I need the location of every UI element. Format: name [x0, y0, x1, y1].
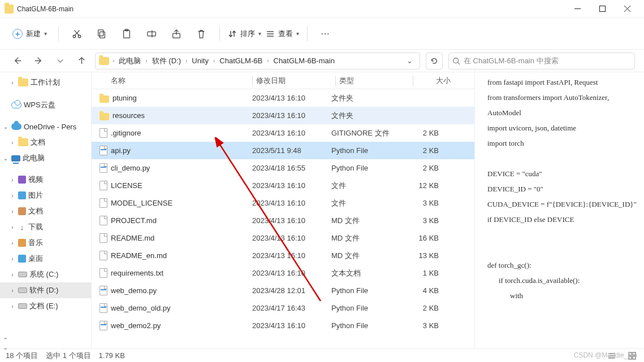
file-row[interactable]: MODEL_LICENSE2023/4/13 16:10文件3 KB	[92, 194, 474, 212]
new-button[interactable]: + 新建 ▾	[9, 27, 50, 41]
recent-button[interactable]	[52, 53, 68, 69]
col-date[interactable]: 修改日期	[256, 76, 335, 86]
svg-point-5	[78, 35, 81, 38]
breadcrumb-item[interactable]: 此电脑	[116, 56, 143, 66]
sidebar-item[interactable]: › 工作计划	[0, 75, 91, 90]
sidebar-label: WPS云盘	[24, 100, 55, 110]
file-row[interactable]: web_demo2.py2023/4/13 16:10Python File3 …	[92, 317, 474, 334]
sidebar-label: 系统 (C:)	[29, 269, 58, 280]
file-name: README_en.md	[111, 251, 167, 260]
sidebar-item[interactable]: › 音乐	[0, 235, 91, 251]
preview-line: from fastapi import FastAPI, Request	[487, 75, 638, 90]
file-name: README.md	[111, 234, 154, 242]
file-row[interactable]: LICENSE2023/4/13 16:10文件12 KB	[92, 177, 474, 194]
folder-icon	[100, 113, 109, 120]
sidebar-item[interactable]: › 文档 (E:)	[0, 298, 91, 314]
preview-pane: from fastapi import FastAPI, Requestfrom…	[474, 68, 644, 348]
file-row[interactable]: api.py2023/5/11 9:48Python File2 KB	[92, 142, 474, 159]
cursor-indicator: ⌃⌄	[3, 337, 8, 351]
col-size[interactable]: 大小	[417, 76, 456, 86]
preview-line: def torch_gc():	[487, 258, 638, 273]
preview-line	[487, 227, 638, 242]
svg-line-7	[75, 30, 79, 35]
preview-line: from transformers import AutoTokenizer, …	[487, 90, 638, 120]
up-button[interactable]	[74, 53, 89, 69]
more-button[interactable]: ⋯	[315, 24, 336, 44]
status-bar: 18 个项目 选中 1 个项目 1.79 KB	[0, 348, 644, 362]
sidebar-item[interactable]: ⌄OneDrive - Pers	[0, 119, 91, 134]
sort-button[interactable]: 排序 ▾	[228, 29, 261, 39]
sidebar-item[interactable]: › ↓下载	[0, 219, 91, 235]
file-name: web_demo_old.py	[111, 304, 171, 312]
breadcrumb-item[interactable]: 软件 (D:)	[150, 56, 183, 66]
file-name: requirements.txt	[111, 269, 163, 277]
sidebar-item[interactable]: › 软件 (D:)	[0, 282, 91, 298]
sidebar-label: OneDrive - Pers	[24, 123, 76, 131]
breadcrumb[interactable]: › 此电脑› 软件 (D:)› Unity› ChatGLM-6B› ChatG…	[95, 53, 420, 69]
view-button[interactable]: 查看 ▾	[266, 29, 299, 39]
file-row[interactable]: requirements.txt2023/4/13 16:10文本文档1 KB	[92, 264, 474, 282]
file-row[interactable]: .gitignore2023/4/13 16:10GITIGNORE 文件2 K…	[92, 124, 474, 142]
file-row[interactable]: ptuning2023/4/13 16:10文件夹	[92, 89, 474, 107]
file-icon	[100, 286, 107, 295]
file-list: 名称 修改日期 类型 大小 ptuning2023/4/13 16:10文件夹r…	[92, 72, 474, 348]
sidebar-label: 文档	[28, 206, 43, 216]
refresh-button[interactable]	[426, 53, 443, 69]
sidebar-label: 文档	[31, 137, 45, 147]
file-row[interactable]: cli_demo.py2023/4/18 16:55Python File2 K…	[92, 159, 474, 177]
forward-button[interactable]	[31, 53, 46, 69]
col-type[interactable]: 类型	[339, 76, 413, 86]
column-headers: 名称 修改日期 类型 大小	[92, 72, 474, 89]
maximize-button[interactable]	[590, 0, 615, 18]
file-name: cli_demo.py	[111, 164, 150, 172]
close-button[interactable]	[615, 0, 639, 18]
file-icon	[100, 216, 107, 225]
sidebar-item[interactable]: WPS云盘	[0, 97, 91, 113]
search-input[interactable]: 在 ChatGLM-6B-main 中搜索	[448, 53, 635, 69]
sidebar-item[interactable]: › 视频	[0, 172, 91, 187]
cut-button[interactable]	[67, 24, 87, 44]
file-row[interactable]: PROJECT.md2023/4/13 16:10MD 文件3 KB	[92, 212, 474, 229]
paste-button[interactable]	[116, 24, 137, 44]
file-name: ptuning	[113, 94, 137, 102]
rename-button[interactable]	[141, 24, 162, 44]
delete-button[interactable]	[191, 24, 211, 44]
preview-line: import uvicorn, json, datetime	[487, 120, 638, 136]
sidebar-item[interactable]: › 文档	[0, 134, 91, 150]
sidebar-label: 工作计划	[31, 77, 60, 88]
file-row[interactable]: web_demo_old.py2023/4/17 16:43Python Fil…	[92, 299, 474, 317]
sidebar-item[interactable]: › 系统 (C:)	[0, 267, 91, 282]
file-name: MODEL_LICENSE	[111, 199, 172, 207]
file-name: web_demo.py	[111, 286, 157, 295]
file-name: api.py	[111, 146, 131, 155]
preview-line: DEVICE_ID = "0"	[487, 181, 638, 197]
file-row[interactable]: README.md2023/4/13 16:10MD 文件16 KB	[92, 229, 474, 247]
copy-button[interactable]	[92, 24, 112, 44]
sidebar-item[interactable]: › 文档	[0, 203, 91, 219]
chevron-down-icon[interactable]: ⌄	[403, 56, 416, 65]
sidebar-label: 音乐	[28, 238, 43, 248]
file-row[interactable]: README_en.md2023/4/13 16:10MD 文件13 KB	[92, 247, 474, 264]
sidebar-label: 视频	[28, 175, 43, 185]
back-button[interactable]	[9, 53, 25, 69]
share-button[interactable]	[166, 24, 187, 44]
folder-icon	[100, 95, 109, 103]
file-icon	[100, 303, 107, 313]
breadcrumb-item[interactable]: Unity	[189, 56, 211, 65]
col-name[interactable]: 名称	[111, 76, 126, 85]
svg-line-19	[458, 62, 460, 64]
sidebar-label: 下载	[28, 222, 43, 232]
file-row[interactable]: resources2023/4/13 16:10文件夹	[92, 107, 474, 124]
breadcrumb-item[interactable]: ChatGLM-6B	[217, 56, 265, 65]
file-icon	[100, 321, 107, 330]
minimize-button[interactable]	[565, 0, 590, 18]
sidebar-item[interactable]: › 桌面	[0, 251, 91, 267]
file-icon	[100, 233, 107, 243]
sidebar-item[interactable]: › 图片	[0, 187, 91, 203]
chevron-down-icon: ▾	[44, 30, 47, 37]
preview-line: CUDA_DEVICE = f"{DEVICE}:{DEVICE_ID}" if…	[487, 197, 638, 227]
file-row[interactable]: web_demo.py2023/4/28 12:01Python File4 K…	[92, 282, 474, 299]
sidebar-item[interactable]: ⌄此电脑	[0, 150, 91, 166]
toolbar: + 新建 ▾ 排序 ▾ 查看 ▾ ⋯	[0, 18, 644, 50]
breadcrumb-item[interactable]: ChatGLM-6B-main	[271, 56, 337, 65]
